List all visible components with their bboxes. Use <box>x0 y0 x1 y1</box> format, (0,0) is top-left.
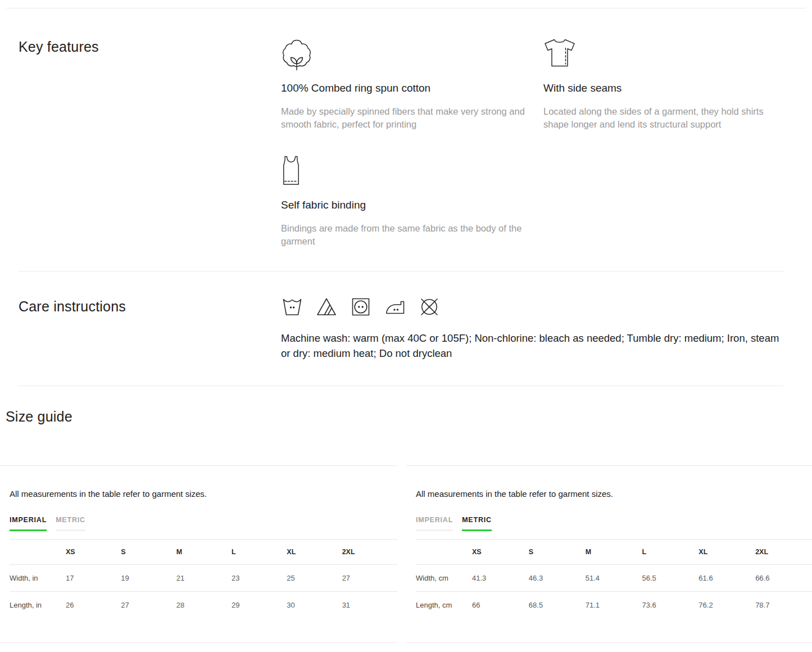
size-value: 56.5 <box>642 565 698 592</box>
row-label: Width, cm <box>416 565 472 592</box>
size-guide-note: All measurements in the table refer to g… <box>10 489 397 499</box>
table-row-length: Length, in 26 27 28 29 30 31 <box>10 592 397 619</box>
size-value: 76.2 <box>698 592 755 619</box>
size-value: 78.7 <box>755 592 812 619</box>
size-value: 46.3 <box>529 565 586 592</box>
size-col-blank <box>10 540 66 565</box>
size-section-divider <box>19 386 784 386</box>
size-col-header: 2XL <box>755 540 812 565</box>
unit-tabs: IMPERIAL METRIC <box>416 516 812 531</box>
feature-title: Self fabric binding <box>281 199 543 211</box>
care-section-divider <box>19 271 784 271</box>
size-value: 25 <box>287 565 342 592</box>
do-not-dryclean-icon <box>419 297 439 316</box>
machine-wash-icon <box>282 297 302 316</box>
size-col-header: S <box>529 540 586 565</box>
cotton-icon <box>281 38 543 71</box>
non-chlorine-bleach-icon <box>316 297 337 316</box>
size-value: 68.5 <box>529 592 586 619</box>
row-label: Length, in <box>10 592 66 619</box>
size-col-header: XL <box>698 540 755 565</box>
size-value: 17 <box>66 565 121 592</box>
product-details-page: Key features 100% Combed ring spun cotto… <box>0 0 812 652</box>
care-instructions-text: Machine wash: warm (max 40C or 105F); No… <box>281 330 781 361</box>
size-col-header: M <box>176 540 232 565</box>
iron-icon <box>385 297 405 316</box>
feature-cotton: 100% Combed ring spun cotton Made by spe… <box>281 38 543 131</box>
size-value: 66.6 <box>755 565 812 592</box>
size-value: 29 <box>232 592 287 619</box>
feature-title: With side seams <box>543 82 804 94</box>
feature-self-binding: Self fabric binding Bindings are made fr… <box>281 155 543 248</box>
feature-title: 100% Combed ring spun cotton <box>281 82 543 94</box>
size-value: 27 <box>342 565 397 592</box>
size-col-header: L <box>232 540 287 565</box>
size-col-header: L <box>642 540 698 565</box>
size-value: 51.4 <box>586 565 642 592</box>
size-guide-note: All measurements in the table refer to g… <box>416 489 812 499</box>
unit-tabs: IMPERIAL METRIC <box>10 516 397 531</box>
feature-description: Bindings are made from the same fabric a… <box>281 222 528 248</box>
size-table-imperial: XS S M L XL 2XL Width, in 17 19 21 23 25… <box>10 539 397 619</box>
size-value: 28 <box>176 592 232 619</box>
row-label: Width, in <box>10 565 66 592</box>
care-icons-row <box>282 297 439 316</box>
size-col-blank <box>416 540 472 565</box>
tab-metric[interactable]: METRIC <box>462 516 492 531</box>
size-value: 73.6 <box>642 592 698 619</box>
top-divider <box>6 8 806 8</box>
size-col-header: M <box>586 540 642 565</box>
size-value: 61.6 <box>698 565 755 592</box>
tab-metric[interactable]: METRIC <box>56 516 85 531</box>
size-value: 71.1 <box>586 592 642 619</box>
size-guide-card-metric: All measurements in the table refer to g… <box>406 465 812 643</box>
size-value: 66 <box>472 592 529 619</box>
size-value: 26 <box>66 592 121 619</box>
table-row-width: Width, cm 41.3 46.3 51.4 56.5 61.6 66.6 <box>416 565 812 592</box>
row-label: Length, cm <box>416 592 472 619</box>
feature-description: Made by specially spinned fibers that ma… <box>281 105 528 131</box>
table-row-width: Width, in 17 19 21 23 25 27 <box>10 565 397 592</box>
care-instructions-heading: Care instructions <box>19 298 126 315</box>
tshirt-side-seams-icon <box>543 38 804 71</box>
size-table-metric: XS S M L XL 2XL Width, cm 41.3 46.3 51.4… <box>416 539 812 619</box>
feature-side-seams: With side seams Located along the sides … <box>543 38 804 131</box>
size-value: 21 <box>176 565 232 592</box>
tank-top-binding-icon <box>281 155 543 188</box>
size-col-header: XS <box>66 540 121 565</box>
size-col-header: S <box>121 540 176 565</box>
tab-imperial[interactable]: IMPERIAL <box>10 516 47 531</box>
tumble-dry-icon <box>351 297 371 316</box>
size-value: 27 <box>121 592 176 619</box>
feature-description: Located along the sides of a garment, th… <box>543 105 791 131</box>
size-col-header: XL <box>287 540 342 565</box>
size-guide-card-imperial: All measurements in the table refer to g… <box>0 465 397 643</box>
size-table-header-row: XS S M L XL 2XL <box>416 540 812 565</box>
size-value: 30 <box>287 592 342 619</box>
size-value: 19 <box>121 565 176 592</box>
key-features-heading: Key features <box>19 39 99 55</box>
size-col-header: 2XL <box>342 540 397 565</box>
size-col-header: XS <box>472 540 529 565</box>
size-value: 41.3 <box>472 565 529 592</box>
size-value: 31 <box>342 592 397 619</box>
size-guide-heading: Size guide <box>6 409 72 425</box>
table-row-length: Length, cm 66 68.5 71.1 73.6 76.2 78.7 <box>416 592 812 619</box>
key-features-grid: 100% Combed ring spun cotton Made by spe… <box>281 38 804 248</box>
size-value: 23 <box>232 565 287 592</box>
size-table-header-row: XS S M L XL 2XL <box>10 540 397 565</box>
tab-imperial[interactable]: IMPERIAL <box>416 516 453 531</box>
